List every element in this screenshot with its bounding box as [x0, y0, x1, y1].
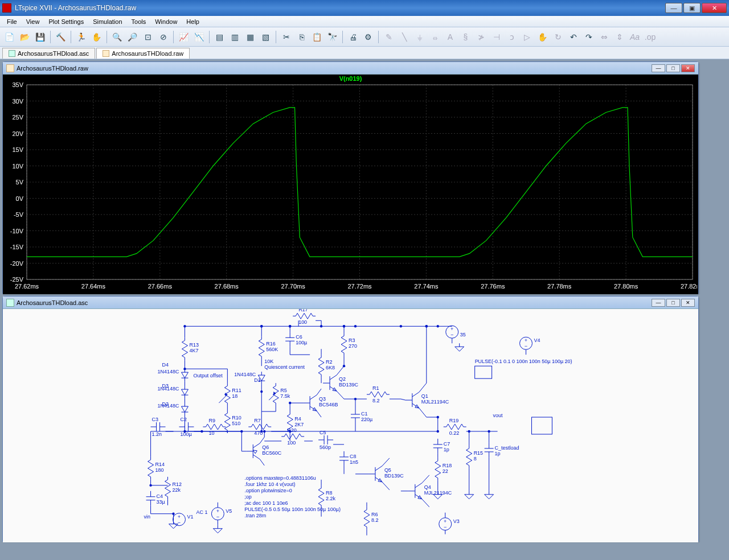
child-maximize-button[interactable]: □ — [666, 64, 680, 72]
cascade-icon[interactable]: ▦ — [243, 30, 257, 44]
svg-text:1n5: 1n5 — [350, 459, 358, 465]
menu-tools[interactable]: Tools — [127, 17, 151, 26]
new-icon[interactable]: 📄 — [2, 30, 17, 44]
svg-text:R20: R20 — [287, 427, 296, 433]
svg-text:27.74ms: 27.74ms — [414, 283, 439, 290]
zoom-out-icon[interactable]: 🔎 — [125, 30, 140, 44]
zoom-fit-icon[interactable]: ⊡ — [141, 30, 155, 44]
tab-schematic[interactable]: ArchosaurusTHDload.asc — [2, 48, 95, 59]
schematic-titlebar[interactable]: ArchosaurusTHDload.asc — □ ✕ — [3, 297, 698, 309]
rotate-icon[interactable]: ↻ — [551, 30, 565, 44]
svg-text:-10V: -10V — [10, 228, 24, 234]
open-icon[interactable]: 📂 — [18, 30, 32, 44]
child-maximize-button[interactable]: □ — [666, 299, 680, 307]
copy-icon[interactable]: ⎘ — [294, 30, 309, 44]
zoom-cancel-icon[interactable]: ⊘ — [156, 30, 170, 44]
line-icon[interactable]: ╲ — [397, 30, 411, 44]
app-icon — [2, 3, 11, 13]
tile-v-icon[interactable]: ▥ — [228, 30, 242, 44]
svg-text:220µ: 220µ — [361, 417, 372, 422]
child-minimize-button[interactable]: — — [652, 64, 665, 72]
svg-text:10V: 10V — [12, 163, 23, 170]
menu-file[interactable]: File — [2, 17, 22, 26]
svg-text:C5: C5 — [320, 430, 326, 435]
zoom-in-icon[interactable]: 🔍 — [110, 30, 124, 44]
svg-text:vout: vout — [493, 413, 503, 418]
waveform-canvas[interactable]: 35V30V25V20V15V10V5V0V-5V-10V-15V-20V-25… — [4, 83, 697, 293]
svg-text:V3: V3 — [453, 518, 460, 524]
svg-text:V1: V1 — [187, 514, 193, 520]
svg-text:R16: R16 — [266, 341, 275, 347]
cut-icon[interactable]: ✂ — [279, 30, 293, 44]
print-icon[interactable]: 🖨 — [346, 30, 360, 44]
svg-text:C6: C6 — [296, 334, 302, 340]
menu-window[interactable]: Window — [150, 17, 182, 26]
pause-icon[interactable]: ✋ — [89, 30, 104, 44]
svg-text:C2: C2 — [180, 417, 186, 422]
menu-simulation[interactable]: Simulation — [88, 17, 126, 26]
svg-text:MJL21194C: MJL21194C — [421, 399, 449, 405]
diode-icon[interactable]: ▷ — [520, 30, 534, 44]
run-icon[interactable]: 🏃 — [74, 30, 88, 44]
drag-icon[interactable]: ⇕ — [612, 30, 626, 44]
minimize-button[interactable]: — — [665, 3, 682, 13]
svg-text:10: 10 — [208, 430, 214, 436]
wire-icon[interactable]: ⏚ — [412, 30, 427, 44]
svg-text:15V: 15V — [12, 146, 23, 153]
tab-waveform[interactable]: ArchosaurusTHDload.raw — [96, 48, 190, 59]
maximize-button[interactable]: ▣ — [683, 3, 701, 13]
undo-icon[interactable]: ↶ — [566, 30, 580, 44]
svg-line-141 — [375, 466, 382, 471]
svg-text:1N4148C: 1N4148C — [234, 372, 256, 377]
trace-label[interactable]: V(n019) — [339, 75, 362, 82]
svg-text:Output offset: Output offset — [193, 373, 223, 378]
svg-text:8.2: 8.2 — [372, 398, 379, 403]
svg-text:+: + — [216, 508, 219, 514]
hammer-icon[interactable]: 🔨 — [54, 30, 68, 44]
schematic-svg[interactable]: R134K7D41N4148CD31N4148CD21N4148COutput … — [3, 309, 698, 542]
svg-text:R9: R9 — [208, 418, 215, 423]
paste-icon[interactable]: 📋 — [310, 30, 324, 44]
svg-text:27.72ms: 27.72ms — [347, 283, 372, 290]
autorange-icon[interactable]: 📈 — [177, 30, 191, 44]
spice-icon[interactable]: .op — [643, 30, 657, 44]
svg-text:−: − — [216, 514, 219, 520]
save-icon[interactable]: 💾 — [33, 30, 47, 44]
menu-view[interactable]: View — [22, 17, 44, 26]
menu-plot-settings[interactable]: Plot Settings — [44, 17, 88, 26]
res-icon[interactable]: ≯ — [474, 30, 488, 44]
setup-icon[interactable]: ⚙ — [361, 30, 375, 44]
schematic-canvas[interactable]: R134K7D41N4148CD31N4148CD21N4148COutput … — [3, 309, 698, 542]
closeall-icon[interactable]: ▧ — [259, 30, 273, 44]
svg-text:−: − — [450, 332, 453, 337]
find-icon[interactable]: 🔭 — [325, 30, 339, 44]
hand-icon[interactable]: ✋ — [535, 30, 550, 44]
wave-icon — [103, 50, 109, 57]
text-icon[interactable]: Aa — [628, 30, 642, 44]
svg-text:2K7: 2K7 — [294, 422, 304, 427]
svg-point-93 — [343, 365, 345, 367]
svg-text:;ac dec 100 1 10e6: ;ac dec 100 1 10e6 — [244, 500, 288, 506]
svg-text:C1: C1 — [361, 411, 367, 417]
gnd-icon[interactable]: ⏛ — [428, 30, 442, 44]
child-close-button[interactable]: ✕ — [681, 64, 695, 72]
svg-text:Q6: Q6 — [262, 444, 269, 450]
tile-h-icon[interactable]: ▤ — [212, 30, 227, 44]
label-icon[interactable]: A — [443, 30, 457, 44]
sync-icon[interactable]: 📉 — [192, 30, 206, 44]
close-button[interactable]: ✕ — [702, 3, 727, 13]
pick-icon[interactable]: ✎ — [382, 30, 396, 44]
child-minimize-button[interactable]: — — [652, 299, 665, 307]
svg-text:-5V: -5V — [14, 211, 24, 218]
menu-help[interactable]: Help — [182, 17, 204, 26]
waveform-plot[interactable]: V(n019) 35V30V25V20V15V10V5V0V-5V-10V-15… — [3, 75, 698, 294]
net-icon[interactable]: § — [458, 30, 473, 44]
svg-text:PULSE(-0.1 0.1 0 100n 100n 50µ: PULSE(-0.1 0.1 0 100n 100n 50µ 100µ 20) — [475, 359, 572, 364]
svg-text:33µ: 33µ — [157, 499, 165, 505]
cap-icon[interactable]: ⊣ — [489, 30, 503, 44]
redo-icon[interactable]: ↷ — [581, 30, 596, 44]
move-icon[interactable]: ⇔ — [597, 30, 611, 44]
waveform-titlebar[interactable]: ArchosaurusTHDload.raw — □ ✕ — [3, 62, 698, 75]
ind-icon[interactable]: ↄ — [505, 30, 519, 44]
child-close-button[interactable]: ✕ — [681, 299, 695, 307]
